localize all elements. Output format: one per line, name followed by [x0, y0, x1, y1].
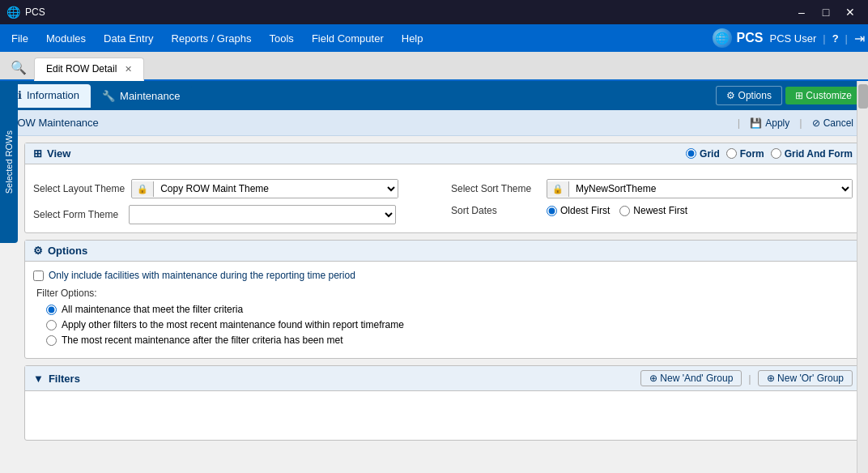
menu-file[interactable]: File: [3, 29, 36, 48]
breadcrumb: ROW Maintenance: [10, 117, 99, 129]
radio-oldest-first[interactable]: [547, 206, 557, 216]
gear-icon: ⚙: [33, 245, 43, 257]
minimize-button[interactable]: –: [790, 3, 813, 21]
facilities-checkbox[interactable]: [33, 271, 44, 281]
layout-lock-icon: 🔒: [132, 181, 154, 197]
filters-header: ▼ Filters ⊕ New 'And' Group | ⊕ New 'Or'…: [25, 366, 861, 391]
info-icon: ℹ: [18, 89, 22, 101]
filters-label: Filters: [49, 373, 80, 385]
username-label: PCS User: [769, 32, 816, 45]
filter-radio-3[interactable]: [46, 335, 57, 346]
options-section: ⚙ Options Only include facilities with m…: [24, 240, 862, 359]
pcs-logo: 🌐 PCS: [713, 28, 764, 48]
menu-modules[interactable]: Modules: [38, 29, 94, 48]
filter-radio-3-label[interactable]: The most recent maintenance after the fi…: [62, 335, 343, 346]
newest-first-label[interactable]: Newest First: [619, 205, 687, 216]
filter-3-text: The most recent maintenance after the fi…: [62, 335, 343, 346]
app-title: PCS: [25, 6, 45, 18]
oldest-first-text: Oldest First: [560, 205, 610, 216]
oldest-first-label[interactable]: Oldest First: [547, 205, 610, 216]
radio-newest-first[interactable]: [619, 206, 630, 216]
cancel-label: Cancel: [823, 117, 853, 129]
layout-select-container: 🔒 Copy ROW Maint Theme: [131, 179, 398, 198]
options-button[interactable]: ⚙ Options: [716, 86, 782, 105]
user-section: PCS User | ? | ⇥: [769, 31, 865, 46]
filter-radio-2[interactable]: [46, 320, 57, 330]
radio-form-text: Form: [740, 148, 764, 160]
sort-dates-group: Oldest First Newest First: [547, 205, 687, 216]
tab-label: Edit ROW Detail: [46, 63, 117, 75]
radio-grid-form-label[interactable]: Grid And Form: [771, 148, 853, 160]
sort-select-container: 🔒 MyNewSortTheme: [547, 179, 853, 198]
radio-grid-label[interactable]: Grid: [686, 148, 720, 160]
filter-opts-label: Filter Options:: [36, 288, 853, 299]
cancel-button[interactable]: ⊘ Cancel: [807, 116, 858, 130]
tab-search-icon[interactable]: 🔍: [6, 55, 31, 79]
menu-help[interactable]: Help: [394, 29, 432, 48]
maintenance-icon: 🔧: [102, 90, 115, 102]
menu-data-entry[interactable]: Data Entry: [96, 29, 161, 48]
main-content: Selected ROWs ℹ Information 🔧 Maintenanc…: [0, 81, 868, 473]
divider2: |: [845, 32, 848, 45]
filters-actions: ⊕ New 'And' Group | ⊕ New 'Or' Group: [640, 370, 853, 386]
grid-icon: ⊞: [33, 147, 42, 160]
menu-tools[interactable]: Tools: [262, 29, 302, 48]
apply-label: Apply: [765, 117, 789, 129]
pipe-divider: |: [738, 117, 740, 129]
menu-field-computer[interactable]: Field Computer: [304, 29, 392, 48]
view-right-col: Select Sort Theme 🔒 MyNewSortTheme Sort …: [451, 173, 853, 224]
facilities-checkbox-row: Only include facilities with maintenance…: [33, 270, 853, 281]
globe-icon: 🌐: [713, 28, 732, 48]
filter-radio-2-label[interactable]: Apply other filters to the most recent m…: [62, 319, 404, 330]
scrollbar-thumb[interactable]: [858, 84, 868, 109]
title-bar-left: 🌐 PCS: [6, 6, 45, 19]
customize-button[interactable]: ⊞ Customize: [785, 87, 862, 104]
apply-button[interactable]: 💾 Apply: [745, 116, 794, 130]
logout-icon[interactable]: ⇥: [854, 31, 865, 46]
view-section-body: Select Layout Theme 🔒 Copy ROW Maint The…: [25, 164, 861, 232]
radio-form[interactable]: [726, 148, 737, 159]
view-left-col: Select Layout Theme 🔒 Copy ROW Maint The…: [33, 173, 435, 224]
layout-theme-select[interactable]: Copy ROW Maint Theme: [154, 180, 398, 198]
sidebar-label: Selected ROWs: [4, 130, 14, 194]
filter-radio-1[interactable]: [46, 305, 57, 315]
layout-label: Select Layout Theme: [33, 183, 125, 194]
radio-form-label[interactable]: Form: [726, 148, 764, 160]
radio-grid-form[interactable]: [771, 148, 781, 159]
form-theme-select[interactable]: [129, 205, 396, 224]
sort-theme-select[interactable]: MyNewSortTheme: [569, 180, 852, 198]
options-header-label: Options: [48, 245, 87, 257]
radio-grid-text: Grid: [700, 148, 720, 160]
title-bar: 🌐 PCS – □ ✕: [0, 0, 868, 24]
help-icon[interactable]: ?: [832, 32, 839, 45]
view-header-label: View: [47, 147, 70, 160]
floppy-icon: 💾: [750, 117, 762, 129]
form-theme-row: Select Form Theme: [33, 205, 435, 224]
facilities-checkbox-label[interactable]: Only include facilities with maintenance…: [49, 270, 355, 281]
filter-radio-2-row: Apply other filters to the most recent m…: [33, 319, 853, 330]
menu-bar: File Modules Data Entry Reports / Graphs…: [0, 24, 868, 52]
new-or-group-button[interactable]: ⊕ New 'Or' Group: [758, 370, 853, 386]
filters-section: ▼ Filters ⊕ New 'And' Group | ⊕ New 'Or'…: [24, 365, 862, 441]
scrollbar-track[interactable]: [857, 81, 868, 473]
filter-icon: ▼: [33, 373, 44, 385]
subtab-information[interactable]: ℹ Information: [6, 84, 91, 108]
tab-edit-row-detail[interactable]: Edit ROW Detail ✕: [34, 58, 144, 81]
new-and-group-button[interactable]: ⊕ New 'And' Group: [640, 370, 742, 386]
filter-radio-3-row: The most recent maintenance after the fi…: [33, 335, 853, 346]
filter-radio-1-label[interactable]: All maintenance that meet the filter cri…: [62, 304, 243, 315]
pipe-divider3: |: [748, 373, 751, 385]
close-button[interactable]: ✕: [839, 3, 862, 21]
layout-theme-row: Select Layout Theme 🔒 Copy ROW Maint The…: [33, 179, 435, 198]
tab-close-icon[interactable]: ✕: [125, 64, 132, 75]
subtab-maintenance[interactable]: 🔧 Maintenance: [91, 85, 191, 107]
title-bar-controls: – □ ✕: [790, 3, 862, 21]
filter-1-text: All maintenance that meet the filter cri…: [62, 304, 243, 315]
radio-grid[interactable]: [686, 148, 696, 159]
maximize-button[interactable]: □: [815, 3, 837, 21]
breadcrumb-actions: | 💾 Apply | ⊘ Cancel: [738, 116, 858, 130]
sub-tab-bar: ℹ Information 🔧 Maintenance ⚙ Options ⊞ …: [0, 81, 868, 110]
app-icon: 🌐: [6, 6, 20, 19]
pipe-divider2: |: [799, 117, 802, 129]
menu-reports-graphs[interactable]: Reports / Graphs: [164, 29, 260, 48]
